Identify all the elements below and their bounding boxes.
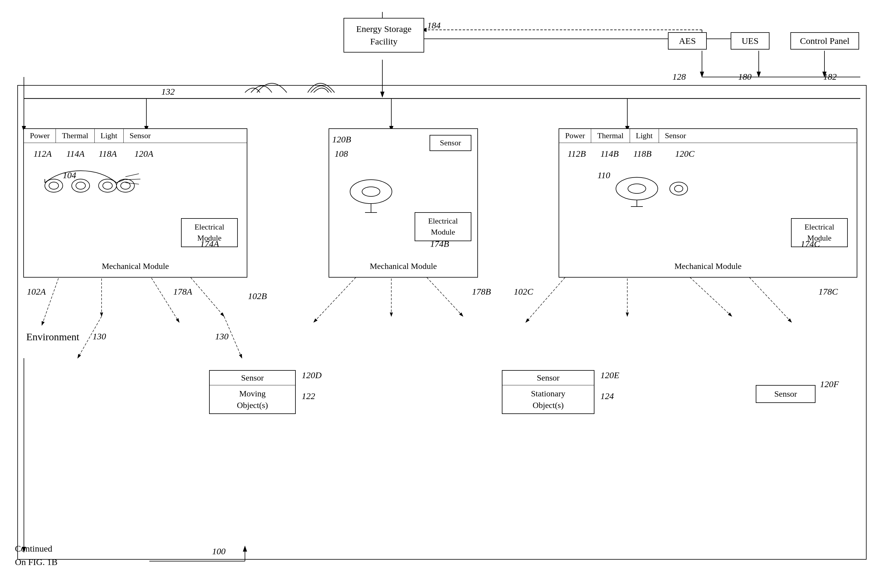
ref-102B: 102B	[248, 291, 267, 301]
electrical-module-2-label: ElectricalModule	[428, 217, 458, 236]
ref-108: 108	[335, 148, 348, 159]
ref-120B: 120B	[332, 134, 351, 144]
ref-178B: 178B	[472, 286, 491, 297]
ues-label: UES	[742, 36, 759, 46]
svg-point-38	[99, 179, 116, 192]
ref-102A: 102A	[27, 286, 46, 297]
mech-module-2-label: Mechanical Module	[370, 261, 437, 271]
sensor-moving-content: MovingObject(s)	[210, 386, 295, 413]
sensor-alone-label: Sensor	[774, 389, 797, 399]
energy-storage-box: Energy StorageFacility	[343, 18, 424, 52]
ref-180: 180	[738, 72, 752, 82]
ref-114B: 114B	[600, 148, 619, 159]
continued-text: Continued On FIG. 1B	[15, 542, 58, 568]
ref-112A: 112A	[33, 148, 52, 159]
ref-122: 122	[302, 391, 315, 401]
control-panel-box: Control Panel	[790, 32, 859, 50]
aes-label: AES	[679, 36, 696, 46]
ref-120C: 120C	[675, 148, 695, 159]
ref-102C: 102C	[514, 286, 533, 297]
svg-point-35	[49, 182, 59, 189]
aes-box: AES	[668, 32, 707, 50]
control-panel-label: Control Panel	[800, 36, 850, 46]
ref-120D: 120D	[302, 370, 322, 380]
ref-182: 182	[823, 72, 837, 82]
svg-point-56	[674, 185, 683, 192]
ref-124: 124	[600, 391, 614, 401]
module-2-outer: Sensor ElectricalModule Mechanical Modul…	[329, 128, 478, 278]
svg-point-37	[76, 182, 86, 189]
ues-box: UES	[731, 32, 770, 50]
ref-174B: 174B	[430, 239, 449, 249]
ref-120E: 120E	[600, 370, 619, 380]
ref-118B: 118B	[633, 148, 651, 159]
sensor-box-module2: Sensor	[430, 135, 471, 151]
sensor-moving-objects-box: Sensor MovingObject(s)	[209, 370, 296, 414]
svg-point-36	[72, 179, 90, 192]
mech-module-1-label: Mechanical Module	[102, 261, 169, 271]
vehicle-3	[577, 159, 696, 213]
svg-point-34	[45, 179, 63, 192]
ref-104: 104	[63, 170, 76, 180]
svg-line-44	[125, 174, 139, 177]
ref-120F: 120F	[820, 379, 839, 389]
ref-130b: 130	[215, 331, 229, 342]
svg-point-55	[670, 182, 687, 195]
sensor-stationary-title: Sensor	[502, 371, 594, 386]
ref-130a: 130	[93, 331, 106, 342]
energy-storage-label: Energy StorageFacility	[356, 24, 411, 46]
svg-point-52	[628, 184, 646, 194]
svg-point-47	[350, 180, 392, 204]
module1-power-label: Power	[24, 129, 56, 142]
module3-sensor-label: Sensor	[659, 129, 692, 142]
environment-label: Environment	[26, 331, 80, 343]
ref-112B: 112B	[567, 148, 586, 159]
sensor-alone-box: Sensor	[756, 385, 815, 403]
module1-light-label: Light	[95, 129, 124, 142]
ref-132: 132	[161, 87, 175, 97]
module1-sensor-label: Sensor	[124, 129, 157, 142]
sensor-module2-label: Sensor	[440, 138, 461, 147]
svg-point-40	[116, 179, 134, 192]
sensor-stationary-objects-box: Sensor StationaryObject(s)	[502, 370, 594, 414]
ref-100: 100	[212, 546, 226, 556]
ref-120A: 120A	[134, 148, 153, 159]
vehicle-1	[33, 159, 140, 213]
electrical-module-2: ElectricalModule	[415, 212, 471, 241]
ref-110: 110	[597, 170, 610, 180]
svg-point-48	[362, 187, 380, 196]
ref-118A: 118A	[99, 148, 117, 159]
sensor-dish-2	[347, 174, 395, 216]
ref-178A: 178A	[173, 286, 192, 297]
sensor-stationary-content: StationaryObject(s)	[502, 386, 594, 413]
module3-power-label: Power	[559, 129, 591, 142]
ref-174C: 174C	[800, 239, 820, 249]
svg-point-39	[103, 182, 112, 189]
ref-128: 128	[672, 72, 686, 82]
sensor-moving-title: Sensor	[210, 371, 295, 386]
svg-line-46	[125, 183, 139, 184]
module3-thermal-label: Thermal	[591, 129, 630, 142]
ref-178C: 178C	[818, 286, 838, 297]
ref-184: 184	[427, 20, 441, 30]
ref-174A: 174A	[200, 239, 219, 249]
module1-thermal-label: Thermal	[56, 129, 95, 142]
continued-line2: On FIG. 1B	[15, 557, 58, 567]
module3-light-label: Light	[630, 129, 659, 142]
mech-module-3-label: Mechanical Module	[674, 261, 742, 271]
ref-114A: 114A	[66, 148, 84, 159]
continued-line1: Continued	[15, 543, 52, 554]
svg-point-51	[616, 177, 658, 200]
